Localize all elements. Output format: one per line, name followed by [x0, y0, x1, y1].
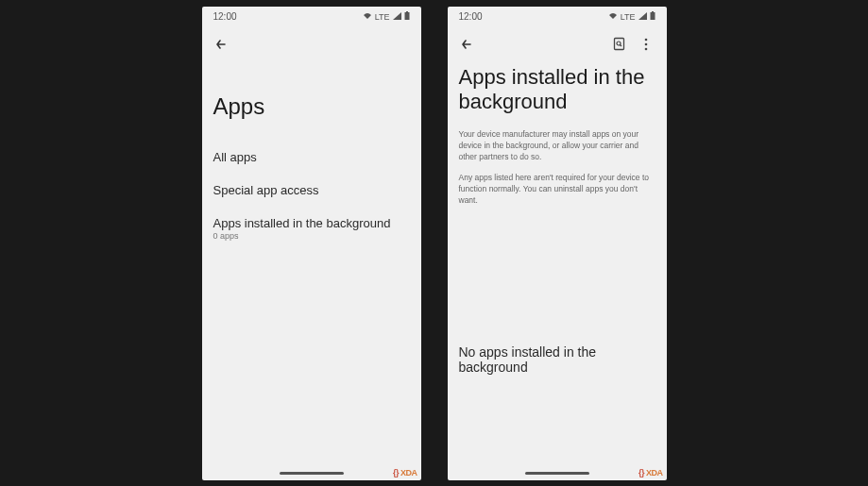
back-button[interactable] [457, 35, 476, 54]
phone-screen-apps: 12:00 LTE Apps All apps Special app acce… [202, 7, 421, 480]
wifi-icon [363, 12, 372, 22]
search-in-page-button[interactable] [608, 33, 631, 56]
arrow-left-icon [459, 37, 474, 52]
empty-state-message: No apps installed in the background [459, 344, 655, 375]
svg-point-5 [617, 42, 621, 45]
svg-rect-1 [404, 12, 409, 20]
menu-sublabel: 0 apps [213, 231, 410, 241]
status-indicators: LTE [608, 11, 655, 22]
overflow-menu-button[interactable] [635, 33, 657, 56]
svg-rect-2 [652, 11, 654, 12]
svg-line-6 [621, 45, 622, 47]
nav-handle[interactable] [525, 472, 589, 475]
page-title: Apps [213, 93, 410, 120]
status-bar: 12:00 LTE [202, 7, 421, 27]
status-time: 12:00 [213, 11, 237, 22]
page-search-icon [612, 37, 626, 51]
signal-icon [393, 12, 401, 22]
battery-icon [650, 11, 655, 22]
content-area: Apps All apps Special app access Apps in… [202, 61, 421, 480]
svg-point-9 [644, 47, 647, 50]
phone-screen-background-apps: 12:00 LTE [448, 7, 667, 480]
content-area: Apps installed in the background Your de… [448, 61, 667, 480]
menu-item-all-apps[interactable]: All apps [213, 141, 410, 174]
menu-item-special-access[interactable]: Special app access [213, 174, 410, 207]
watermark: {} XDA [393, 468, 417, 478]
network-label: LTE [621, 12, 636, 22]
menu-label: All apps [213, 150, 410, 164]
status-indicators: LTE [363, 11, 410, 22]
description-2: Any apps listed here aren't required for… [459, 173, 655, 207]
top-bar [202, 27, 421, 61]
svg-point-8 [644, 42, 647, 45]
description-1: Your device manufacturer may install app… [459, 129, 655, 163]
network-label: LTE [375, 12, 390, 22]
watermark: {} XDA [638, 468, 663, 478]
status-bar: 12:00 LTE [448, 7, 667, 27]
arrow-left-icon [213, 37, 229, 52]
back-button[interactable] [212, 35, 230, 54]
svg-rect-0 [406, 11, 408, 12]
top-bar [448, 27, 667, 61]
svg-point-7 [644, 38, 647, 41]
signal-icon [638, 12, 647, 22]
page-title: Apps installed in the background [459, 65, 655, 115]
menu-item-background-apps[interactable]: Apps installed in the background 0 apps [213, 207, 410, 250]
menu-label: Special app access [213, 183, 410, 197]
menu-label: Apps installed in the background [213, 216, 410, 230]
svg-rect-3 [650, 12, 655, 20]
battery-icon [404, 11, 410, 22]
nav-handle[interactable] [280, 472, 344, 475]
svg-rect-4 [615, 39, 624, 50]
more-vert-icon [644, 38, 648, 51]
status-time: 12:00 [459, 11, 483, 22]
wifi-icon [608, 12, 618, 22]
